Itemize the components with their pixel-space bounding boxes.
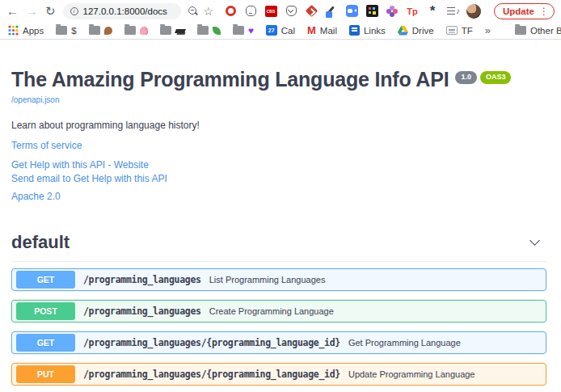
endpoint-path: /programming_languages/{programming_lang… [83,369,340,380]
bookmarks-bar: Apps $ ♥ 27 Cal M [0,22,561,40]
playlist-extension-icon[interactable] [446,5,459,18]
bookmark-label: Drive [412,26,434,36]
folder-icon [515,26,526,35]
endpoint-path: /programming_languages [83,274,201,285]
bookmark-label: Other Bookmarks [530,26,561,36]
red-ring-extension-icon[interactable] [224,5,237,18]
version-badge: 1.0 [455,71,477,84]
version-badges: 1.0 OAS3 [455,71,511,84]
terms-of-service-link[interactable]: Terms of service [11,140,546,151]
method-badge: PUT [16,365,75,383]
pixel-art-extension-icon[interactable] [365,5,378,18]
bookmark-label: Apps [23,26,44,36]
page-title: The Amazing Programming Language Info AP… [11,69,449,91]
bookmark-folder-horse[interactable] [89,26,112,35]
endpoint-row[interactable]: PUT /programming_languages/{programming_… [11,363,546,386]
endpoint-summary: Create Programming Language [209,306,334,316]
tf-card-icon [446,26,458,35]
endpoint-summary: Update Programming Language [348,369,475,379]
folder-icon [197,26,209,35]
extensions-area: CBS Tp * [224,5,459,18]
bookmark-label: $ [71,26,76,36]
tp-extension-icon[interactable]: Tp [406,5,419,18]
purple-heart-emoji-icon: ♥ [248,27,254,35]
bookmark-label: Mail [320,26,337,36]
browser-chrome: ← → ↻ i 127.0.0.1:8000/docs ☆ CBS Tp * [0,0,561,40]
back-icon[interactable]: ← [6,5,19,17]
eyedropper-extension-icon[interactable] [325,5,338,18]
bookmark-folder-sprout[interactable] [197,26,221,35]
links-icon [349,25,360,36]
bookmark-folder-dollar[interactable]: $ [56,26,76,36]
section-title: default [11,232,70,253]
calendar-icon: 27 [266,25,277,36]
folder-icon [124,26,136,35]
apps-grid-icon [8,25,19,36]
api-title-row: The Amazing Programming Language Info AP… [11,69,546,91]
tag-section-default[interactable]: default [11,232,546,262]
chevron-down-icon[interactable] [529,235,540,246]
folder-icon [233,26,244,35]
endpoint-summary: List Programming Languages [209,275,326,285]
method-badge: GET [16,271,75,289]
bookmark-label: TF [462,26,473,36]
graduation-cap-emoji-icon [175,29,186,33]
bookmark-other-bookmarks[interactable]: Other Bookmarks [515,26,561,36]
chat-bubble-extension-icon[interactable] [244,5,257,18]
pocket-extension-icon[interactable] [285,5,297,18]
openapi-spec-link[interactable]: /openapi.json [11,95,60,104]
red-diamond-extension-icon[interactable] [305,5,318,18]
update-label: Update [503,6,534,16]
zoom-camera-extension-icon[interactable] [345,5,358,18]
browser-toolbar: ← → ↻ i 127.0.0.1:8000/docs ☆ CBS Tp * [0,0,561,22]
bookmark-links[interactable]: Links [349,25,386,36]
oas3-badge: OAS3 [480,71,512,84]
bookmark-mail[interactable]: M Mail [307,25,337,36]
bookmark-folder-gradcap[interactable] [160,26,185,35]
contact-email-link[interactable]: Send email to Get Help with this API [11,173,546,184]
folder-icon [160,26,171,35]
method-badge: POST [16,302,75,320]
endpoint-row[interactable]: POST /programming_languages Create Progr… [11,300,546,322]
bookmark-label: Cal [281,26,295,36]
forward-icon[interactable]: → [26,5,38,17]
url-text: 127.0.0.1:8000/docs [83,6,167,16]
swagger-page: The Amazing Programming Language Info AP… [0,69,561,392]
folder-icon [56,26,67,35]
gmail-icon: M [307,25,316,36]
brain-emoji-icon [140,27,148,35]
bookmark-label: Links [364,26,386,36]
endpoint-row[interactable]: GET /programming_languages/{programming_… [11,331,546,354]
method-badge: GET [16,334,75,352]
chrome-update-button[interactable]: Update ⋮ [494,3,555,19]
bookmark-star-icon[interactable]: ☆ [203,6,213,17]
menu-kebab-icon[interactable]: ⋮ [538,6,550,16]
endpoint-path: /programming_languages/{programming_lang… [83,337,340,348]
purple-flower-extension-icon[interactable] [386,5,399,18]
bookmark-folder-heart[interactable]: ♥ [233,26,254,35]
google-drive-icon [398,26,408,36]
endpoint-path: /programming_languages [83,306,201,317]
license-link[interactable]: Apache 2.0 [11,191,546,202]
zoom-out-icon[interactable] [188,6,196,16]
site-info-icon[interactable]: i [70,7,78,15]
green-sprout-emoji-icon [213,27,221,35]
endpoint-list: GET /programming_languages List Programm… [11,268,546,392]
reload-icon[interactable]: ↻ [45,5,56,17]
bookmarks-overflow-chevron[interactable]: » [485,24,491,36]
bookmark-tf[interactable]: TF [446,26,473,36]
bookmark-apps[interactable]: Apps [8,25,44,36]
folder-icon [89,26,100,35]
horse-emoji-icon [104,27,112,35]
bookmark-drive[interactable]: Drive [398,26,434,36]
profile-avatar[interactable] [466,4,481,19]
api-description: Learn about programming language history… [11,120,546,131]
pinwheel-extension-icon[interactable]: * [426,5,439,18]
endpoint-summary: Get Programming Language [348,338,461,348]
endpoint-row[interactable]: GET /programming_languages List Programm… [11,268,546,291]
bookmark-folder-brain[interactable] [124,26,148,35]
address-bar[interactable]: i 127.0.0.1:8000/docs [63,3,182,19]
bookmark-cal[interactable]: 27 Cal [266,25,295,36]
contact-website-link[interactable]: Get Help with this API - Website [11,159,546,171]
cbs-extension-icon[interactable]: CBS [264,5,277,18]
